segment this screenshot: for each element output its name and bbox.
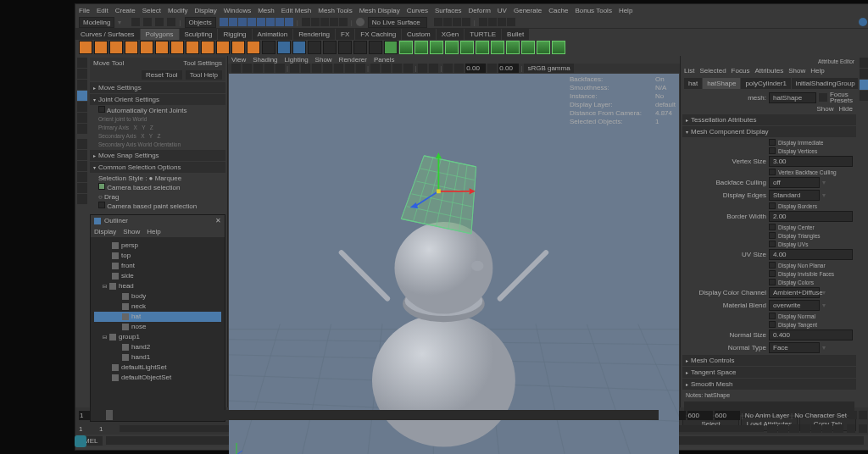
mask-icon[interactable] — [275, 18, 284, 26]
shelf-icon[interactable] — [170, 41, 184, 54]
attribute-row[interactable]: Border Width2.00 — [682, 210, 856, 223]
menu-select[interactable]: Select — [142, 7, 161, 14]
vp-tool-icon[interactable] — [231, 64, 241, 73]
ae-tab[interactable]: Focus — [732, 67, 750, 75]
menu-cache[interactable]: Cache — [548, 7, 568, 14]
menu-generate[interactable]: Generate — [514, 7, 542, 14]
layout-icon[interactable] — [77, 194, 87, 204]
shelf-icon[interactable] — [537, 41, 550, 54]
vp-tool-icon[interactable] — [290, 64, 299, 73]
move-tool-icon[interactable] — [77, 91, 87, 101]
attribute-row[interactable]: UV Size4.00 — [682, 248, 856, 261]
vp-menu[interactable]: Show — [315, 56, 332, 64]
rotate-tool-icon[interactable] — [77, 102, 87, 112]
menu-windows[interactable]: Windows — [224, 7, 251, 14]
vp-tool-icon[interactable] — [429, 64, 438, 73]
account-icon[interactable] — [859, 18, 867, 26]
camera-sel-check[interactable]: Camera based selection — [107, 184, 180, 191]
tool-help-button[interactable]: Tool Help — [186, 70, 222, 80]
marquee-radio[interactable]: Marquee — [155, 174, 182, 182]
vp-tool-icon[interactable] — [253, 64, 263, 73]
menu-modify[interactable]: Modify — [168, 7, 188, 14]
selection-mode[interactable]: Objects — [185, 17, 216, 28]
shelf-icon[interactable] — [186, 41, 199, 54]
shelf-icon[interactable] — [277, 41, 291, 54]
playback-play-icon[interactable] — [800, 424, 810, 433]
shelf-icon[interactable] — [506, 41, 520, 54]
snap-icon[interactable] — [339, 18, 348, 26]
attribute-row[interactable]: Display Immediate — [682, 138, 856, 147]
layout-icon[interactable] — [77, 172, 87, 182]
attribute-row[interactable]: Display Normal — [682, 312, 856, 320]
shelf-icon[interactable] — [460, 41, 474, 54]
status-icon[interactable] — [143, 18, 152, 26]
vp-tool-icon[interactable] — [370, 64, 380, 73]
outliner-item[interactable]: persp — [94, 241, 221, 251]
outliner-menu[interactable]: Display — [94, 228, 116, 235]
playback-end-icon[interactable] — [833, 424, 843, 433]
ae-tab[interactable]: Attributes — [754, 67, 783, 75]
last-tool-icon[interactable] — [77, 124, 87, 134]
vp-tool-icon[interactable] — [301, 64, 310, 73]
section-selection[interactable]: Common Selection Options — [90, 162, 225, 173]
shelf-icon[interactable] — [140, 41, 153, 54]
close-icon[interactable]: ✕ — [215, 217, 221, 224]
outliner-item[interactable]: side — [94, 271, 221, 281]
attribute-row[interactable]: Vertex Backface Culling — [682, 168, 856, 176]
section-joint[interactable]: Joint Orient Settings — [90, 94, 225, 105]
gamma-dropdown[interactable]: sRGB gamma — [524, 64, 573, 73]
menu-meshdisplay[interactable]: Mesh Display — [359, 7, 400, 14]
shelf-icon[interactable] — [476, 41, 489, 54]
shelf-tab[interactable]: Custom — [402, 29, 436, 40]
status-icon[interactable] — [167, 18, 175, 26]
vp-menu[interactable]: Panels — [374, 56, 394, 64]
outliner-item[interactable]: hat — [94, 312, 221, 322]
section-snap[interactable]: Move Snap Settings — [90, 150, 225, 161]
menu-edit[interactable]: Edit — [97, 7, 108, 14]
attribute-row[interactable]: Display Non Planar — [682, 261, 856, 269]
node-tab[interactable]: hat — [684, 78, 702, 89]
node-tab-active[interactable]: hatShape — [703, 78, 740, 89]
attribute-row[interactable]: Display Center — [682, 223, 856, 231]
shelf-icon[interactable] — [216, 41, 230, 54]
ae-tab[interactable]: Show — [788, 67, 805, 75]
select-tool-icon[interactable] — [77, 58, 87, 68]
outliner-item[interactable]: neck — [94, 302, 221, 312]
ae-tab[interactable]: List — [684, 67, 694, 75]
node-tab[interactable]: polyCylinder1 — [741, 78, 790, 89]
outliner-tree[interactable]: persptopfrontside⊟headbodyneckhatnose⊟gr… — [91, 237, 225, 386]
attribute-row[interactable]: Display UVs — [682, 240, 856, 248]
mask-icon[interactable] — [285, 18, 293, 26]
render-icon[interactable] — [507, 18, 515, 26]
vp-menu[interactable]: Shading — [253, 56, 277, 64]
shelf-icon[interactable] — [94, 41, 108, 54]
render-icon[interactable] — [498, 18, 506, 26]
render-icon[interactable] — [488, 18, 497, 26]
vp-tool-icon[interactable] — [242, 64, 252, 73]
prefs-icon[interactable] — [859, 424, 867, 433]
ae-tab[interactable]: Selected — [699, 67, 726, 75]
shelf-tab[interactable]: Rigging — [218, 29, 251, 40]
mask-icon[interactable] — [229, 18, 237, 26]
construction-icon[interactable] — [453, 18, 461, 26]
snap-icon[interactable] — [311, 18, 320, 26]
live-icon[interactable] — [356, 18, 364, 26]
render-icon[interactable] — [479, 18, 487, 26]
attribute-row[interactable]: Display Borders — [682, 202, 856, 210]
shelf-icon[interactable] — [308, 41, 321, 54]
snap-icon[interactable] — [320, 18, 329, 26]
vp-tool-icon[interactable] — [392, 64, 402, 73]
layout-icon[interactable] — [77, 161, 87, 171]
outliner-item[interactable]: hand2 — [94, 342, 221, 352]
shelf-tab[interactable]: Bullet — [502, 29, 529, 40]
lasso-tool-icon[interactable] — [77, 69, 87, 79]
shelf-tab[interactable]: FX Caching — [355, 29, 401, 40]
vp-menu[interactable]: Renderer — [339, 56, 367, 64]
vp-tool-icon[interactable] — [356, 64, 365, 73]
shelf-icon[interactable] — [338, 41, 352, 54]
playback-icon[interactable] — [859, 411, 867, 419]
section-comp[interactable]: Mesh Component Display — [682, 126, 856, 137]
attribute-row[interactable]: Display Triangles — [682, 231, 856, 240]
shelf-icon[interactable] — [552, 41, 565, 54]
shelf-icon[interactable] — [369, 41, 382, 54]
